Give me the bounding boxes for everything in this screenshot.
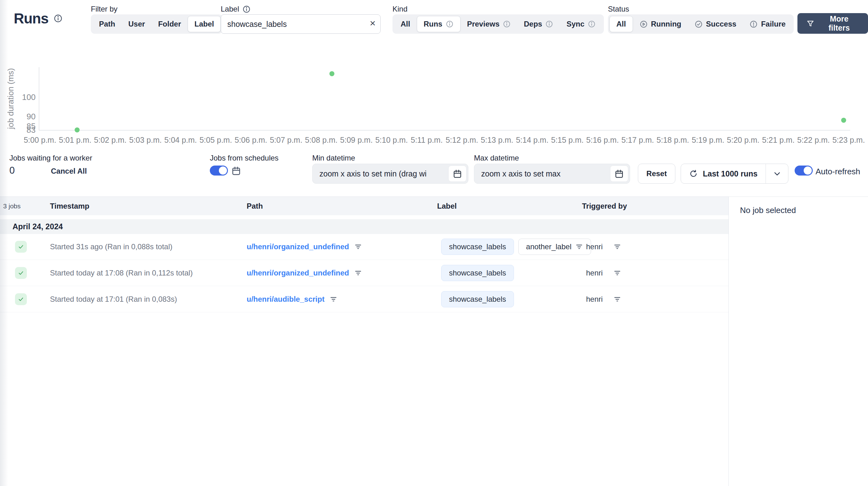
filter-icon[interactable] — [613, 295, 621, 303]
filter-icon[interactable] — [330, 295, 338, 303]
run-path-link[interactable]: u/henri/organized_undefined — [247, 242, 349, 251]
max-datetime-field — [474, 164, 630, 184]
calendar-icon — [453, 169, 462, 179]
filter-icon[interactable] — [354, 269, 362, 277]
status-success-icon — [694, 20, 703, 28]
jobs-from-schedules-toggle[interactable] — [210, 165, 228, 176]
filter-icon[interactable] — [613, 269, 621, 277]
chart-data-point[interactable] — [841, 118, 846, 123]
label-filter-input[interactable] — [221, 14, 381, 34]
chevron-down-icon[interactable] — [766, 164, 788, 183]
funnel-icon — [806, 19, 815, 28]
info-icon — [545, 20, 553, 28]
label-chip: showcase_labels — [441, 291, 514, 307]
column-header-triggered-by: Triggered by — [579, 202, 728, 211]
filter-icon[interactable] — [354, 243, 362, 251]
chart-x-tick: 5:09 p.m. — [340, 135, 372, 145]
chart-y-tick: 83 — [17, 125, 36, 135]
runs-toolbar: Jobs waiting for a worker 0 Cancel All J… — [0, 149, 868, 196]
max-datetime-label: Max datetime — [474, 154, 519, 162]
min-datetime-input[interactable] — [313, 164, 468, 183]
chart-x-tick: 5:20 p.m. — [727, 135, 760, 145]
info-icon — [588, 20, 596, 28]
segment-label: Runs — [424, 20, 442, 28]
chart-x-tick: 5:01 p.m. — [59, 135, 91, 145]
last-runs-button[interactable]: Last 1000 runs — [681, 164, 766, 183]
jobs-count: 3 jobs — [0, 203, 47, 210]
auto-refresh-toggle[interactable] — [795, 165, 813, 176]
success-check-badge — [15, 241, 27, 253]
segment-runs[interactable]: Runs — [417, 16, 461, 32]
segment-user[interactable]: User — [122, 16, 151, 32]
segment-deps[interactable]: Deps — [517, 16, 560, 32]
calendar-icon[interactable] — [231, 165, 241, 176]
segment-success[interactable]: Success — [688, 16, 743, 32]
chart-x-tick: 5:21 p.m. — [762, 135, 795, 145]
chart-x-tick: 5:16 p.m. — [586, 135, 619, 145]
check-icon — [18, 296, 24, 303]
filter-by-label: Filter by — [91, 4, 222, 14]
filter-icon[interactable] — [613, 243, 621, 251]
chart-x-tick: 5:23 p.m. — [832, 135, 865, 145]
segment-label: User — [128, 20, 145, 28]
segment-label: Folder — [158, 20, 181, 28]
segment-all[interactable]: All — [394, 16, 417, 32]
info-icon — [53, 14, 63, 23]
table-row[interactable]: Started today at 17:01 (Ran in 0,083s)u/… — [0, 286, 728, 312]
cancel-all-button[interactable]: Cancel All — [51, 167, 87, 176]
run-path-link[interactable]: u/henri/organized_undefined — [247, 269, 349, 277]
label-chip: showcase_labels — [441, 239, 514, 255]
segment-sync[interactable]: Sync — [560, 16, 602, 32]
table-row[interactable]: Started 31s ago (Ran in 0,088s total)u/h… — [0, 234, 728, 260]
segment-all[interactable]: All — [610, 16, 633, 32]
jobs-from-schedules-label: Jobs from schedules — [210, 154, 279, 162]
calendar-icon[interactable] — [448, 165, 466, 182]
filter-lines-icon — [613, 243, 621, 251]
reset-button[interactable]: Reset — [638, 164, 675, 184]
segment-previews[interactable]: Previews — [461, 16, 517, 32]
run-timestamp: Started 31s ago (Ran in 0,088s total) — [47, 242, 244, 251]
calendar-icon — [231, 165, 241, 176]
clear-icon[interactable]: × — [370, 18, 376, 29]
segment-path[interactable]: Path — [92, 16, 122, 32]
triggered-by: henri — [586, 242, 602, 251]
max-datetime-input[interactable] — [474, 164, 630, 183]
chart-y-axis — [39, 67, 39, 130]
chart-data-point[interactable] — [330, 71, 334, 76]
kind-group: Kind AllRunsPreviewsDepsSync — [393, 4, 604, 34]
segment-label: Deps — [524, 20, 542, 28]
calendar-icon[interactable] — [610, 165, 628, 182]
segment-folder[interactable]: Folder — [151, 16, 187, 32]
column-header-path: Path — [244, 202, 434, 211]
filter-lines-icon — [613, 295, 621, 303]
run-path-link[interactable]: u/henri/audible_script — [247, 295, 324, 304]
status-failure-icon — [749, 20, 758, 28]
chart-data-point[interactable] — [74, 127, 80, 132]
segment-label: Previews — [467, 20, 500, 28]
jobs-waiting-label: Jobs waiting for a worker — [9, 154, 92, 162]
label-filter-group: Label × — [221, 4, 381, 34]
status-group: Status AllRunningSuccessFailure — [608, 4, 794, 34]
chart-x-tick: 5:11 p.m. — [411, 135, 443, 145]
chart-x-tick: 5:02 p.m. — [94, 135, 126, 145]
chart-x-tick: 5:03 p.m. — [129, 135, 162, 145]
chart-x-tick: 5:22 p.m. — [797, 135, 830, 145]
more-filters-button[interactable]: More filters — [798, 13, 868, 34]
chart-x-tick: 5:07 p.m. — [270, 135, 302, 145]
refresh-split-button: Last 1000 runs — [681, 164, 788, 184]
segment-running[interactable]: Running — [633, 16, 688, 32]
run-timestamp: Started today at 17:01 (Ran in 0,083s) — [47, 295, 244, 304]
filter-lines-icon — [613, 269, 621, 277]
table-row[interactable]: Started today at 17:08 (Ran in 0,112s to… — [0, 260, 728, 286]
segment-failure[interactable]: Failure — [743, 16, 792, 32]
triggered-by: henri — [586, 269, 602, 277]
details-panel: No job selected — [728, 197, 868, 486]
column-header-timestamp: Timestamp — [47, 202, 244, 211]
run-timestamp: Started today at 17:08 (Ran in 0,112s to… — [47, 269, 244, 277]
date-group-header: April 24, 2024 — [0, 219, 728, 234]
segment-label[interactable]: Label — [188, 16, 221, 32]
info-icon — [242, 5, 251, 13]
duration-chart[interactable]: job duration (ms) 5:00 p.m.5:01 p.m.5:02… — [0, 37, 868, 149]
runs-table: 3 jobsTimestampPathLabelTriggered by Apr… — [0, 197, 728, 486]
table-header: 3 jobsTimestampPathLabelTriggered by — [0, 197, 728, 215]
